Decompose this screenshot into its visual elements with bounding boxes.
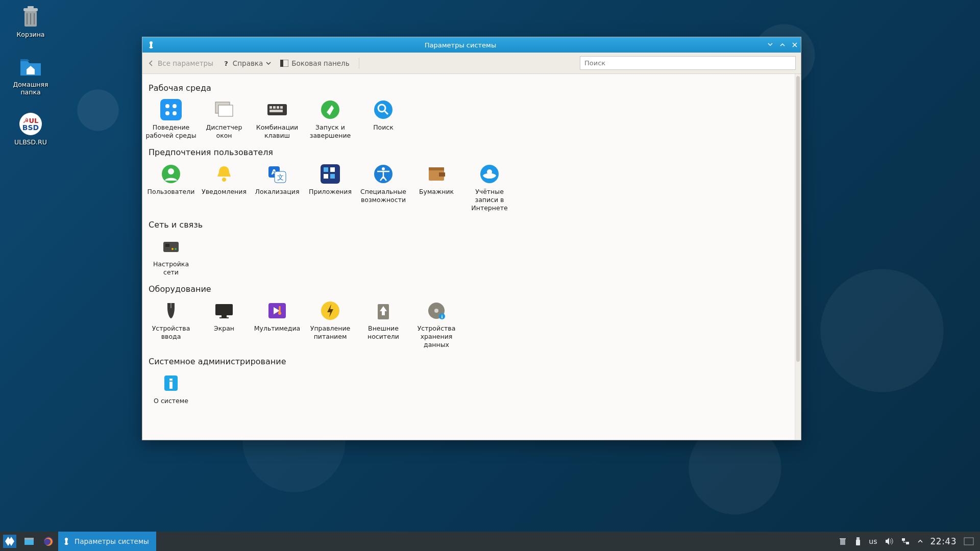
svg-text:i: i: [441, 314, 443, 319]
settings-item-label: Локализация: [255, 188, 300, 196]
settings-item-label: Поведение рабочей среды: [145, 123, 197, 139]
settings-item-notifications[interactable]: Уведомления: [198, 160, 251, 216]
search-box[interactable]: [580, 56, 796, 70]
workspace-behavior-icon: [160, 99, 182, 120]
tray-clock[interactable]: 22:43: [930, 536, 957, 546]
sidebar-label: Боковая панель: [291, 59, 349, 67]
svg-rect-20: [218, 105, 233, 116]
settings-item-workspace-behavior[interactable]: Поведение рабочей среды: [144, 96, 198, 143]
scrollbar-thumb[interactable]: [796, 76, 800, 362]
settings-item-label: Устройства хранения данных: [411, 324, 462, 348]
startup-shutdown-icon: [320, 99, 341, 120]
svg-rect-22: [270, 106, 272, 109]
settings-item-multimedia[interactable]: Мультимедиа: [251, 297, 304, 353]
svg-rect-24: [277, 106, 279, 109]
svg-rect-74: [24, 540, 34, 545]
app-launcher-button[interactable]: [0, 532, 19, 551]
settings-item-accessibility[interactable]: Специальные возможности: [357, 160, 410, 216]
settings-item-applications[interactable]: Приложения: [304, 160, 357, 216]
tray-show-desktop[interactable]: [964, 537, 974, 545]
settings-item-window-manager[interactable]: Диспетчер окон: [198, 96, 251, 143]
multimedia-icon: [266, 300, 288, 321]
display-icon: [213, 300, 235, 321]
settings-item-label: Бумажник: [419, 188, 454, 196]
svg-point-17: [165, 111, 169, 115]
svg-point-52: [175, 248, 177, 250]
svg-rect-10: [150, 44, 152, 47]
svg-rect-42: [330, 174, 335, 179]
settings-item-users[interactable]: Пользователи: [144, 160, 198, 216]
settings-item-shortcuts[interactable]: Комбинации клавиш: [251, 96, 304, 143]
wallet-icon: [426, 163, 447, 185]
tray-keyboard-layout[interactable]: us: [869, 537, 877, 545]
back-label: Все параметры: [158, 59, 213, 67]
svg-rect-77: [65, 540, 67, 543]
settings-item-input-devices[interactable]: Устройства ввода: [144, 297, 198, 353]
settings-item-online-accounts[interactable]: Учётные записи в Интернете: [463, 160, 516, 216]
settings-item-search[interactable]: Поиск: [357, 96, 410, 143]
tray-network-icon[interactable]: [901, 537, 910, 546]
settings-item-label: Внешние носители: [358, 324, 409, 340]
settings-item-label: Устройства ввода: [145, 324, 197, 340]
titlebar[interactable]: Параметры системы: [142, 37, 801, 53]
tray-usb-icon[interactable]: [854, 537, 862, 546]
desktop-icon-ulbsd[interactable]: ☭ULBSD ULBSD.RU: [5, 112, 56, 146]
settings-item-power[interactable]: Управление питанием: [304, 297, 357, 353]
file-manager-button[interactable]: [19, 532, 39, 551]
desktop-icon-trash[interactable]: Корзина: [5, 4, 56, 39]
help-label: Справка: [233, 59, 263, 67]
settings-item-startup-shutdown[interactable]: Запуск и завершение: [304, 96, 357, 143]
desktop-icon-label: Корзина: [16, 31, 44, 39]
toolbar: Все параметры ? Справка Боковая панель: [142, 53, 801, 74]
svg-rect-81: [856, 540, 860, 545]
section-grid: Устройства вводаЭкранМультимедиаУправлен…: [142, 297, 795, 353]
svg-point-33: [222, 178, 226, 182]
settings-item-label: Учётные записи в Интернете: [464, 188, 515, 212]
section-grid: О системе: [142, 369, 795, 409]
settings-item-display[interactable]: Экран: [198, 297, 251, 353]
svg-rect-1: [23, 8, 38, 11]
svg-rect-51: [165, 244, 169, 247]
input-devices-icon: [160, 300, 182, 321]
settings-item-wallet[interactable]: Бумажник: [410, 160, 463, 216]
svg-rect-64: [382, 311, 385, 315]
close-button[interactable]: [789, 37, 801, 53]
settings-item-about[interactable]: О системе: [144, 369, 198, 409]
notifications-icon: [213, 163, 235, 185]
scrollbar[interactable]: [795, 74, 801, 440]
settings-item-network[interactable]: Настройка сети: [144, 233, 198, 280]
minimize-button[interactable]: [764, 37, 776, 53]
back-button[interactable]: Все параметры: [148, 59, 213, 67]
svg-rect-25: [280, 106, 283, 109]
storage-icon: i: [426, 300, 447, 321]
settings-item-locale[interactable]: A文Локализация: [251, 160, 304, 216]
tray-trash-icon[interactable]: [838, 537, 847, 546]
svg-point-32: [168, 168, 174, 174]
svg-point-53: [172, 248, 174, 250]
settings-item-label: О системе: [154, 397, 188, 405]
svg-rect-71: [169, 382, 173, 389]
tray-volume-icon[interactable]: [885, 537, 894, 546]
help-button[interactable]: ? Справка: [223, 59, 271, 67]
system-tray: us 22:43: [832, 536, 980, 546]
svg-rect-84: [964, 538, 973, 545]
desktop-icon-label: Домашняя папка: [5, 81, 56, 96]
firefox-button[interactable]: [39, 532, 58, 551]
settings-item-label: Поиск: [373, 123, 394, 132]
svg-rect-73: [24, 538, 34, 540]
accessibility-icon: [373, 163, 394, 185]
settings-item-storage[interactable]: iУстройства хранения данных: [410, 297, 463, 353]
section-title: Предпочтения пользователя: [142, 143, 795, 160]
desktop-icon-home[interactable]: Домашняя папка: [5, 54, 56, 96]
svg-point-44: [382, 167, 385, 170]
settings-item-removable[interactable]: Внешние носители: [357, 297, 410, 353]
svg-rect-14: [160, 99, 182, 120]
svg-rect-57: [219, 317, 229, 318]
about-icon: [160, 372, 182, 394]
svg-point-15: [165, 104, 169, 108]
search-input[interactable]: [584, 59, 791, 67]
maximize-button[interactable]: [776, 37, 789, 53]
task-settings[interactable]: Параметры системы: [58, 532, 156, 551]
tray-expand-icon[interactable]: [917, 538, 923, 544]
sidebar-toggle-button[interactable]: Боковая панель: [280, 59, 349, 67]
